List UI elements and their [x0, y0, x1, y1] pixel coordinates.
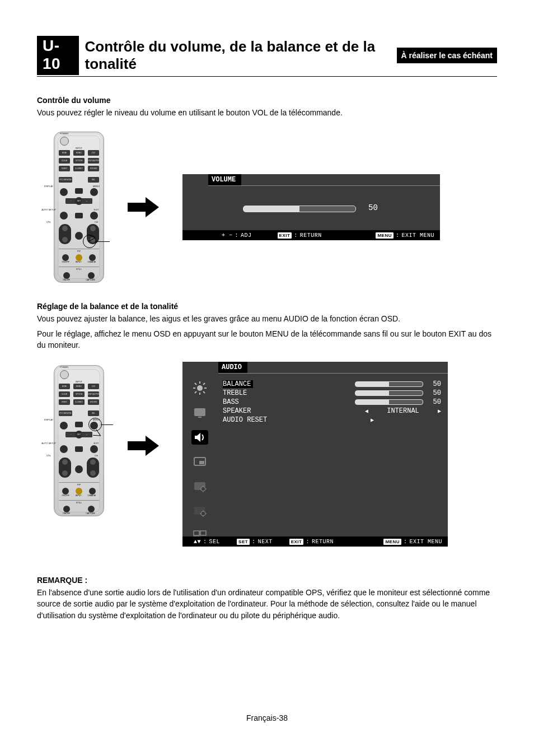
pip-labels: ON/OFF INPUT CHANGE — [59, 261, 99, 263]
auto-button-icon — [60, 212, 68, 220]
exit-key-icon-2: EXIT — [289, 539, 304, 545]
nav-down-icon-2 — [75, 446, 83, 452]
power-label-2: POWER — [60, 366, 68, 368]
btn-hdmi2-2: HDMI2 — [73, 384, 85, 389]
exit-button-icon — [90, 212, 98, 220]
callout-line-icon-2 — [101, 424, 113, 425]
pip-input-label-2: INPUT — [76, 494, 82, 497]
svg-rect-12 — [199, 461, 204, 464]
change-label: CHANGE — [87, 261, 96, 263]
set-colon: : — [252, 539, 256, 545]
svg-line-5 — [195, 383, 196, 385]
pip-label-2: PIP — [54, 483, 104, 486]
sel-symbol: ▲▼ — [194, 539, 201, 545]
vol-label-2: VOL — [40, 454, 57, 457]
page: U-10 Contrôle du volume, de la balance e… — [0, 0, 534, 756]
pip-change-icon-2 — [89, 488, 96, 494]
still-capture-icon — [88, 272, 95, 279]
auto-label-2: AUTO SETUP — [38, 442, 60, 445]
bass-label: BASS — [223, 398, 239, 406]
remark-heading: REMARQUE : — [37, 576, 497, 585]
balance-slider-icon — [355, 381, 423, 387]
mid-button-icon — [75, 232, 83, 240]
nav-down-icon — [75, 213, 83, 218]
return-label-2: RETURN — [312, 539, 334, 545]
ch-rocker-icon-2 — [87, 458, 99, 478]
osd-volume-footer: + − : ADJ EXIT : RETURN MENU : EXIT MENU — [182, 230, 440, 240]
set-key-icon: SET — [237, 539, 250, 545]
menu-colon: : — [396, 232, 400, 239]
exit-label: EXIT — [88, 208, 105, 211]
osd-icon-rail — [188, 377, 212, 534]
btn-dsub-2: D-SUB — [59, 391, 70, 397]
btn-video: VIDEO — [59, 166, 70, 171]
audio-list: BALANCE 50 TREBLE 50 BASS 50 SPEAKER — [223, 380, 441, 424]
btn-sel-2: SEL — [88, 410, 99, 416]
svg-line-6 — [203, 391, 205, 393]
btn-option-2: OPTION — [73, 391, 85, 397]
input-label: INPUT — [54, 147, 104, 150]
bass-value: 50 — [428, 398, 441, 406]
figure-audio: POWER INPUT HDMIHDMI2DVI D-SUBOPTIONDISP… — [54, 362, 497, 547]
speaker-label: SPEAKER — [223, 407, 251, 415]
reset-label: AUDIO RESET — [223, 416, 267, 424]
svg-rect-10 — [198, 417, 202, 418]
pip-tab-icon — [191, 455, 208, 469]
adj-symbol: + − — [222, 232, 233, 239]
exitmenu-label-2: EXIT MENU — [409, 539, 442, 545]
still-onoff-label-2: ON/OFF — [63, 512, 70, 515]
ch-label-2: CH — [88, 454, 105, 457]
treble-label: TREBLE — [223, 389, 247, 397]
ch-label: CH — [88, 221, 105, 223]
volume-heading: Contrôle du volume — [37, 96, 497, 105]
capture-label-2: CAPTURE — [86, 512, 95, 515]
row-bass: BASS 50 — [223, 398, 441, 407]
pip-input-icon — [76, 254, 82, 261]
btn-picture-mode: PICTURE MODE — [59, 177, 72, 183]
still-onoff-icon-2 — [63, 506, 70, 512]
auto-button-icon-2 — [60, 445, 68, 453]
balance-body-1: Vous pouvez ajuster la balance, les aigu… — [37, 313, 497, 324]
bass-slider-icon — [355, 399, 423, 405]
exit-label-2: EXIT — [88, 442, 105, 445]
nav-plus-icon: + — [81, 198, 92, 204]
remote-row-2: D-SUB OPTION DISPLAYPORT — [59, 158, 99, 164]
treble-value: 50 — [428, 389, 441, 397]
remote-row-pip — [59, 254, 99, 261]
right-arrow-icon-2: ▶ — [371, 417, 374, 423]
remote-row-3: VIDEO S-VIDEO DVD/HD — [59, 166, 99, 171]
balance-value: 50 — [428, 380, 441, 388]
power-button-icon-2 — [60, 370, 69, 379]
underline-icon — [208, 185, 440, 186]
btn-sel: SEL — [88, 177, 99, 183]
treble-slider-icon — [355, 390, 423, 396]
divider-icon — [59, 249, 99, 249]
svg-line-8 — [195, 391, 196, 393]
menu-key-icon-2: MENU — [383, 539, 401, 545]
sel-label: SEL — [209, 539, 221, 545]
onoff-label-2: ON/OFF — [62, 494, 69, 497]
mid-button-icon-2 — [75, 465, 83, 473]
svg-rect-18 — [200, 531, 206, 535]
osd-audio: AUDIO — [182, 362, 448, 547]
settings2-tab-icon — [191, 504, 208, 519]
btn-video-2: VIDEO — [59, 399, 70, 405]
callout-arrow-icon — [87, 234, 99, 242]
figure-volume: POWER INPUT HDMI HDMI2 DVI D-SUB OPTION … — [54, 132, 497, 283]
display-label: DISPLAY — [38, 185, 60, 188]
pip-input-icon-2 — [76, 488, 82, 494]
row-speaker: SPEAKER ◀ INTERNAL ▶ — [223, 407, 441, 416]
volume-value: 50 — [368, 203, 378, 212]
display-button-icon — [60, 188, 68, 196]
btn-dvi-2: DVI — [88, 384, 99, 389]
pip-onoff-icon — [62, 254, 69, 261]
btn-svideo-2: S-VIDEO — [73, 399, 85, 405]
auto-label: AUTO SETUP — [38, 208, 60, 211]
osd-volume: VOLUME 50 + − : ADJ EXIT : RETURN MENU : — [182, 174, 440, 240]
still-label-2: STILL — [54, 501, 104, 504]
nav-plus-icon-2: + — [81, 432, 92, 437]
still-onoff-label: ON/OFF — [63, 279, 70, 281]
balance-label: BALANCE — [223, 380, 253, 388]
btn-dvdhd: DVD/HD — [88, 166, 99, 171]
nav-up-icon-2 — [75, 422, 83, 427]
